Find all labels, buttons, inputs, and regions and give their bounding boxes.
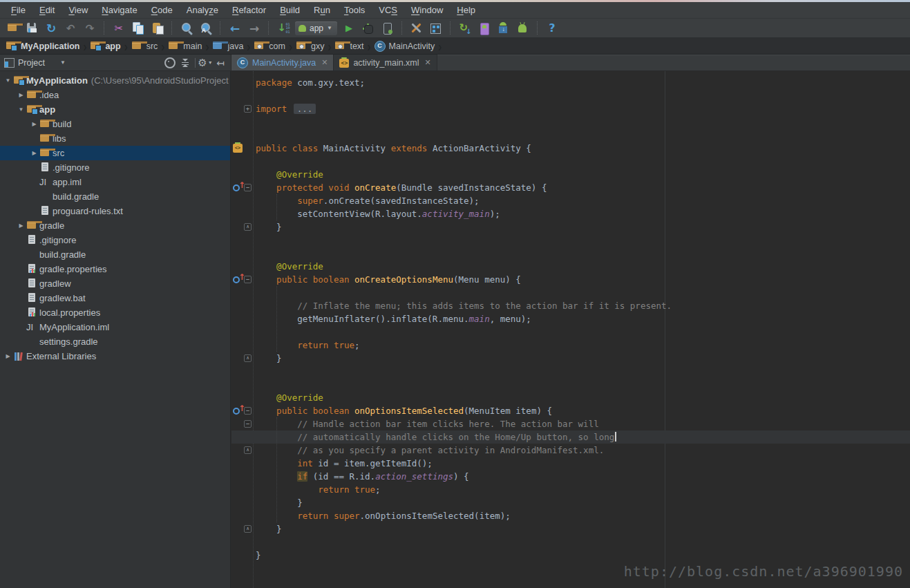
- settings-button[interactable]: [408, 20, 426, 37]
- code-line[interactable]: }: [231, 496, 910, 509]
- code-line[interactable]: if (id == R.id.action_settings) {: [231, 470, 910, 483]
- open-folder-button[interactable]: [3, 20, 21, 37]
- redo-button[interactable]: ↷: [81, 20, 99, 37]
- code-line[interactable]: [231, 155, 910, 168]
- tree-item-local-properties[interactable]: local.properties: [0, 305, 230, 320]
- code-line[interactable]: [231, 247, 910, 260]
- tree-item-app-iml[interactable]: JIapp.iml: [0, 175, 230, 189]
- tree-item-external-libraries[interactable]: ▶External Libraries: [0, 349, 230, 363]
- tree-item-gradlew-bat[interactable]: gradlew.bat: [0, 291, 230, 305]
- menu-file[interactable]: File: [4, 2, 32, 19]
- copy-button[interactable]: [129, 20, 147, 37]
- breadcrumb-src[interactable]: src: [130, 41, 160, 51]
- cut-button[interactable]: ✂: [110, 20, 128, 37]
- tree-item--idea[interactable]: ▶.idea: [0, 88, 230, 102]
- tree-item-build-gradle[interactable]: build.gradle: [0, 247, 230, 262]
- tree-item-proguard-rules-txt[interactable]: proguard-rules.txt: [0, 204, 230, 218]
- tree-item-myapplication-iml[interactable]: JIMyApplication.iml: [0, 320, 230, 334]
- gradle-sync-button[interactable]: ↻↓: [456, 20, 474, 37]
- run-button[interactable]: ▶: [340, 20, 358, 37]
- android-device-monitor-button[interactable]: [514, 20, 532, 37]
- menu-edit[interactable]: Edit: [32, 2, 61, 19]
- code-line[interactable]: [231, 89, 910, 102]
- code-line[interactable]: @Override: [231, 168, 910, 181]
- code-line[interactable]: [231, 234, 910, 247]
- code-line[interactable]: [231, 286, 910, 299]
- code-line[interactable]: // Inflate the menu; this adds items to …: [231, 299, 910, 312]
- code-line[interactable]: return super.onOptionsItemSelected(item)…: [231, 509, 910, 522]
- sdk-manager-button[interactable]: ↓: [495, 20, 513, 37]
- editor[interactable]: +<>−↑∧−↑∧−↑−∧∧ package com.gxy.text;impo…: [231, 71, 910, 588]
- code-line[interactable]: public boolean onOptionsItemSelected(Men…: [231, 404, 910, 417]
- breadcrumb-main[interactable]: main: [167, 41, 203, 51]
- menu-window[interactable]: Window: [404, 2, 450, 19]
- paste-button[interactable]: [149, 20, 167, 37]
- tree-item-gradle[interactable]: ▶gradle: [0, 218, 230, 233]
- breadcrumb-myapplication[interactable]: MyApplication: [4, 41, 81, 51]
- tab-MainActivity-java[interactable]: CMainActivity.java✕: [231, 55, 334, 70]
- code-line[interactable]: int id = item.getItemId();: [231, 457, 910, 470]
- code-line[interactable]: super.onCreate(savedInstanceState);: [231, 194, 910, 207]
- tree-item--gitignore[interactable]: .gitignore: [0, 160, 230, 175]
- code-line[interactable]: protected void onCreate(Bundle savedInst…: [231, 181, 910, 194]
- menu-build[interactable]: Build: [273, 2, 307, 19]
- project-panel-title[interactable]: Project: [18, 58, 45, 68]
- debug-button[interactable]: [359, 20, 377, 37]
- make-project-button[interactable]: ↓011001: [274, 20, 292, 37]
- breadcrumb-com[interactable]: com: [252, 41, 287, 51]
- code-line[interactable]: getMenuInflater().inflate(R.menu.main, m…: [231, 312, 910, 325]
- panel-settings-button[interactable]: ⚙▼: [198, 56, 213, 70]
- hide-panel-button[interactable]: ↤: [213, 56, 228, 70]
- breadcrumb-java[interactable]: java: [211, 41, 245, 51]
- code-line[interactable]: [231, 535, 910, 549]
- code-line[interactable]: @Override: [231, 260, 910, 273]
- breadcrumb-gxy[interactable]: gxy: [294, 41, 325, 51]
- code-line[interactable]: [231, 115, 910, 129]
- collapse-all-button[interactable]: [178, 56, 193, 70]
- tree-expand-arrow[interactable]: ▶: [16, 92, 26, 98]
- tree-item-myapplication[interactable]: ▼MyApplication(C:\Users\95\AndroidStudio…: [0, 73, 230, 88]
- tree-expand-arrow[interactable]: ▶: [3, 353, 13, 359]
- menu-vcs[interactable]: VCS: [372, 2, 404, 19]
- tree-item--gitignore[interactable]: .gitignore: [0, 233, 230, 247]
- tree-item-gradlew[interactable]: gradlew: [0, 276, 230, 291]
- synchronize-button[interactable]: ↻: [42, 20, 60, 37]
- help-button[interactable]: ?: [543, 20, 561, 37]
- attach-debugger-button[interactable]: [379, 20, 397, 37]
- close-tab-icon[interactable]: ✕: [321, 58, 328, 67]
- code-line[interactable]: public boolean onCreateOptionsMenu(Menu …: [231, 273, 910, 286]
- menu-code[interactable]: Code: [144, 2, 180, 19]
- tree-item-app[interactable]: ▼app: [0, 102, 230, 117]
- code-line[interactable]: }: [231, 522, 910, 535]
- tree-expand-arrow[interactable]: ▶: [29, 121, 39, 127]
- undo-button[interactable]: ↶: [61, 20, 79, 37]
- breadcrumb-text[interactable]: text: [333, 41, 365, 51]
- code-line[interactable]: [231, 129, 910, 142]
- code-line[interactable]: return true;: [231, 339, 910, 352]
- menu-analyze[interactable]: Analyze: [180, 2, 225, 19]
- project-structure-button[interactable]: [427, 20, 445, 37]
- code-line[interactable]: import ...: [231, 102, 910, 115]
- back-button[interactable]: ←: [226, 20, 244, 37]
- tree-expand-arrow[interactable]: ▼: [16, 106, 26, 113]
- code-line[interactable]: }: [231, 352, 910, 365]
- code-line[interactable]: setContentView(R.layout.activity_main);: [231, 207, 910, 220]
- tree-expand-arrow[interactable]: ▶: [29, 150, 39, 156]
- run-configuration-select[interactable]: app▼: [295, 21, 337, 35]
- tree-item-settings-gradle[interactable]: settings.gradle: [0, 334, 230, 349]
- close-tab-icon[interactable]: ✕: [425, 58, 431, 67]
- scroll-from-source-button[interactable]: [162, 56, 178, 70]
- menu-navigate[interactable]: Navigate: [95, 2, 144, 19]
- code-line[interactable]: // Handle action bar item clicks here. T…: [231, 417, 910, 430]
- tree-expand-arrow[interactable]: ▶: [16, 222, 26, 229]
- breadcrumb-mainactivity[interactable]: CMainActivity: [373, 41, 437, 52]
- forward-button[interactable]: →: [245, 20, 263, 37]
- code-line[interactable]: public class MainActivity extends Action…: [231, 142, 910, 155]
- code-line[interactable]: @Override: [231, 391, 910, 404]
- code-line[interactable]: // automatically handle clicks on the Ho…: [231, 430, 910, 444]
- avd-manager-button[interactable]: [475, 20, 493, 37]
- code-line[interactable]: [231, 325, 910, 339]
- tree-item-libs[interactable]: libs: [0, 131, 230, 146]
- project-views-dropdown-icon[interactable]: ▼: [60, 59, 66, 66]
- tree-expand-arrow[interactable]: ▼: [3, 77, 13, 84]
